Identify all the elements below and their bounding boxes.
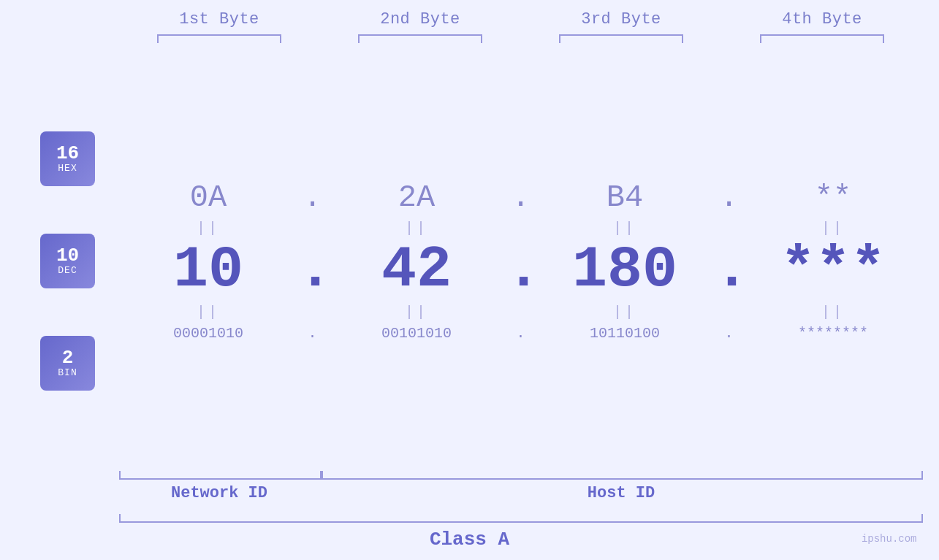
eq-1-3: || [536,220,715,237]
eq-2-2: || [327,304,506,321]
eq-2-3: || [536,304,715,321]
dec-val-1: 10 [119,241,298,299]
dec-val-4: *** [744,241,923,299]
bottom-labels: Network ID Host ID [119,484,923,502]
eq-row-2: || || || || [119,299,923,325]
bin-badge: 2 BIN [40,336,95,391]
values-grid: 0A . 2A . B4 . ** || || [119,180,923,342]
eq-2-4: || [744,304,923,321]
bracket-3 [521,34,722,43]
dec-dot-2: . [506,241,536,299]
bracket-2 [320,34,521,43]
bracket-top-2 [358,34,482,43]
bin-dot-2: . [506,325,536,342]
bottom-brackets [119,471,923,480]
hex-dot-2: . [506,180,536,215]
hex-dot-3: . [715,180,744,215]
eq-1-2: || [327,220,506,237]
dec-badge-label: DEC [58,265,77,276]
class-a-label: Class A [17,529,923,551]
dec-dot-1: . [298,241,327,299]
bin-val-2: 00101010 [327,325,506,342]
bin-dot-3: . [715,325,744,342]
class-bracket [119,514,923,523]
host-bracket [322,471,923,480]
bracket-top-3 [559,34,683,43]
byte-header-3: 3rd Byte [521,10,722,28]
dec-val-3: 180 [536,241,715,299]
eq-1-1: || [119,220,298,237]
dec-val-2: 42 [327,241,506,299]
top-brackets-row [17,34,923,43]
dec-dot-3: . [715,241,744,299]
bin-val-1: 00001010 [119,325,298,342]
eq-1-4: || [744,220,923,237]
hex-row: 0A . 2A . B4 . ** [119,180,923,215]
hex-badge-label: HEX [58,163,77,174]
bracket-1 [119,34,320,43]
bin-badge-num: 2 [62,348,74,367]
network-id-label: Network ID [119,484,320,502]
hex-val-2: 2A [327,180,506,215]
dec-row: 10 . 42 . 180 . *** [119,241,923,299]
main-content-area: 16 HEX 10 DEC 2 BIN 0A . 2A [17,58,923,465]
bin-row: 00001010 . 00101010 . 10110100 . *******… [119,325,923,342]
byte-header-1: 1st Byte [119,10,320,28]
byte-header-4: 4th Byte [722,10,923,28]
byte-header-2: 2nd Byte [320,10,521,28]
byte-headers-row: 1st Byte 2nd Byte 3rd Byte 4th Byte [17,10,923,28]
bin-badge-label: BIN [58,367,77,378]
bin-val-4: ******** [744,325,923,342]
badges-column: 16 HEX 10 DEC 2 BIN [17,108,119,415]
watermark: ipshu.com [862,533,917,545]
bin-val-3: 10110100 [536,325,715,342]
main-container: 1st Byte 2nd Byte 3rd Byte 4th Byte 16 H… [17,10,923,551]
hex-dot-1: . [298,180,327,215]
hex-val-1: 0A [119,180,298,215]
bracket-top-4 [760,34,884,43]
bottom-section: Network ID Host ID [17,471,923,502]
hex-val-3: B4 [536,180,715,215]
eq-2-1: || [119,304,298,321]
bracket-4 [722,34,923,43]
host-id-label: Host ID [320,484,923,502]
bin-dot-1: . [298,325,327,342]
hex-badge-num: 16 [56,144,79,163]
bracket-top-1 [157,34,281,43]
dec-badge-num: 10 [56,246,79,265]
hex-badge: 16 HEX [40,131,95,186]
network-bracket [119,471,322,480]
hex-val-4: ** [744,180,923,215]
dec-badge: 10 DEC [40,234,95,288]
